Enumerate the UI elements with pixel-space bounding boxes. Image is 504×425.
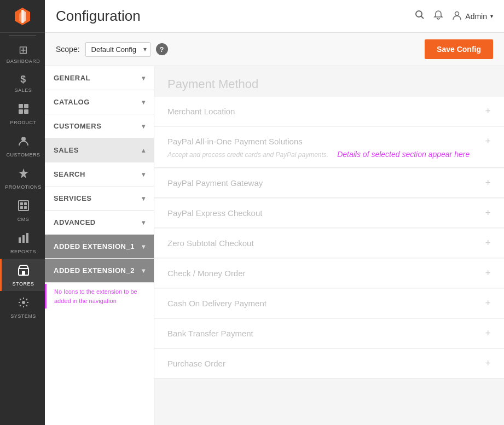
row-title: Merchant Location [167, 107, 235, 116]
scope-wrapper: Default Config [85, 42, 150, 57]
svg-line-23 [421, 16, 424, 19]
sales-icon: $ [20, 74, 26, 85]
sidebar-item-label: STORES [13, 281, 34, 287]
config-nav-label: CATALOG [54, 98, 90, 106]
expand-icon[interactable]: + [485, 237, 491, 249]
config-nav-label: ADVANCED [54, 218, 96, 226]
cms-icon [18, 200, 30, 214]
chevron-down-icon: ▾ [142, 123, 146, 130]
customers-icon [18, 135, 30, 150]
config-nav-ext2[interactable]: ADDED EXTENSION_2 ▾ [45, 259, 154, 283]
config-nav-advanced[interactable]: ADVANCED ▾ [45, 211, 154, 235]
expand-icon[interactable]: + [485, 358, 491, 369]
search-icon[interactable] [415, 10, 425, 22]
sidebar-item-reports[interactable]: REPORTS [0, 226, 45, 259]
sidebar-item-customers[interactable]: CUSTOMERS [0, 130, 45, 162]
config-nav-label: ADDED EXTENSION_1 [54, 242, 135, 251]
sidebar-item-sales[interactable]: $ SALES [0, 68, 45, 97]
help-button[interactable]: ? [156, 43, 168, 55]
user-icon [452, 10, 462, 22]
chevron-down-icon: ▾ [142, 171, 146, 178]
svg-rect-7 [19, 109, 23, 114]
chevron-down-icon: ▾ [142, 267, 146, 275]
reports-icon [18, 232, 30, 247]
sidebar-item-label: CMS [18, 217, 30, 222]
expand-icon[interactable]: + [485, 267, 491, 279]
svg-point-21 [22, 301, 25, 304]
svg-rect-12 [20, 202, 23, 205]
config-nav-label: SALES [54, 146, 79, 154]
sidebar-item-cms[interactable]: CMS [0, 194, 45, 226]
sidebar-item-label: REPORTS [10, 249, 36, 254]
config-nav-services[interactable]: SERVICES ▾ [45, 187, 154, 211]
table-row: PayPal Express Checkout + [154, 199, 504, 228]
row-subtitle: Accept and process credit cards and PayP… [167, 151, 328, 159]
chevron-down-icon: ▾ [142, 98, 146, 106]
table-row: Purchase Order + [154, 349, 504, 379]
content-area: GENERAL ▾ CATALOG ▾ CUSTOMERS ▾ SALES ▴ … [45, 66, 504, 425]
svg-rect-8 [24, 109, 28, 114]
admin-user-menu[interactable]: Admin ▾ [452, 10, 493, 22]
sidebar: ⊞ DASHBOARD $ SALES PRODUCT CUSTOMERS [0, 0, 45, 425]
expand-icon[interactable]: + [485, 328, 491, 339]
row-title: Cash On Delivery Payment [167, 299, 267, 308]
logo-area [0, 0, 45, 33]
page-title: Configuration [56, 8, 141, 25]
svg-point-24 [455, 12, 459, 16]
config-toolbar: Scope: Default Config ? Save Config [45, 33, 504, 66]
chevron-up-icon: ▴ [142, 147, 146, 154]
chevron-down-icon: ▾ [490, 13, 493, 19]
expand-icon[interactable]: + [485, 106, 491, 117]
chevron-down-icon: ▾ [142, 243, 146, 251]
sidebar-item-label: DASHBOARD [7, 59, 40, 64]
config-nav-catalog[interactable]: CATALOG ▾ [45, 90, 154, 114]
row-title: Zero Subtotal Checkout [167, 238, 254, 248]
sidebar-divider [9, 35, 36, 36]
svg-rect-14 [20, 206, 23, 209]
sidebar-item-label: PROMOTIONS [5, 184, 42, 190]
svg-rect-17 [22, 235, 25, 243]
table-row: PayPal All-in-One Payment Solutions + Ac… [154, 127, 504, 168]
svg-rect-20 [22, 271, 25, 275]
svg-rect-15 [24, 206, 27, 209]
expand-icon[interactable]: + [485, 177, 491, 189]
magento-logo [13, 7, 32, 26]
config-nav-ext1[interactable]: ADDED EXTENSION_1 ▾ [45, 235, 154, 259]
config-nav-label: SERVICES [54, 194, 92, 202]
config-nav-sales[interactable]: SALES ▴ [45, 138, 154, 162]
config-nav-customers[interactable]: CUSTOMERS ▾ [45, 114, 154, 138]
scope-select[interactable]: Default Config [85, 42, 150, 57]
save-config-button[interactable]: Save Config [425, 39, 493, 59]
config-section-title: Payment Method [154, 66, 504, 97]
sidebar-item-promotions[interactable]: PROMOTIONS [0, 162, 45, 194]
admin-label: Admin [465, 12, 487, 21]
sidebar-item-systems[interactable]: SYSTEMS [0, 291, 45, 323]
row-title: Purchase Order [167, 359, 225, 368]
sidebar-item-label: SALES [15, 88, 32, 93]
scope-label: Scope: [56, 45, 80, 54]
expand-icon[interactable]: + [485, 298, 491, 309]
svg-rect-18 [26, 233, 28, 243]
config-navigation: GENERAL ▾ CATALOG ▾ CUSTOMERS ▾ SALES ▴ … [45, 66, 154, 425]
svg-rect-13 [24, 202, 27, 205]
config-nav-label: ADDED EXTENSION_2 [54, 266, 135, 275]
table-row: Merchant Location + [154, 97, 504, 126]
header-actions: Admin ▾ [415, 10, 493, 22]
config-nav-search[interactable]: SEARCH ▾ [45, 162, 154, 187]
extension-annotation: No Icons to the extension to be added in… [45, 284, 154, 308]
sidebar-item-product[interactable]: PRODUCT [0, 97, 45, 130]
sidebar-item-dashboard[interactable]: ⊞ DASHBOARD [0, 38, 45, 68]
config-nav-general[interactable]: GENERAL ▾ [45, 66, 154, 90]
svg-marker-10 [19, 168, 28, 178]
sidebar-item-stores[interactable]: STORES [0, 259, 45, 291]
expand-icon[interactable]: + [485, 136, 491, 147]
expand-icon[interactable]: + [485, 207, 491, 219]
chevron-down-icon: ▾ [142, 74, 146, 82]
svg-rect-16 [19, 237, 21, 243]
svg-rect-4 [21, 10, 24, 23]
page-header: Configuration [45, 0, 504, 33]
table-row: Cash On Delivery Payment + [154, 289, 504, 318]
row-title: Bank Transfer Payment [167, 329, 253, 338]
svg-rect-6 [24, 104, 28, 108]
notifications-icon[interactable] [433, 10, 443, 22]
